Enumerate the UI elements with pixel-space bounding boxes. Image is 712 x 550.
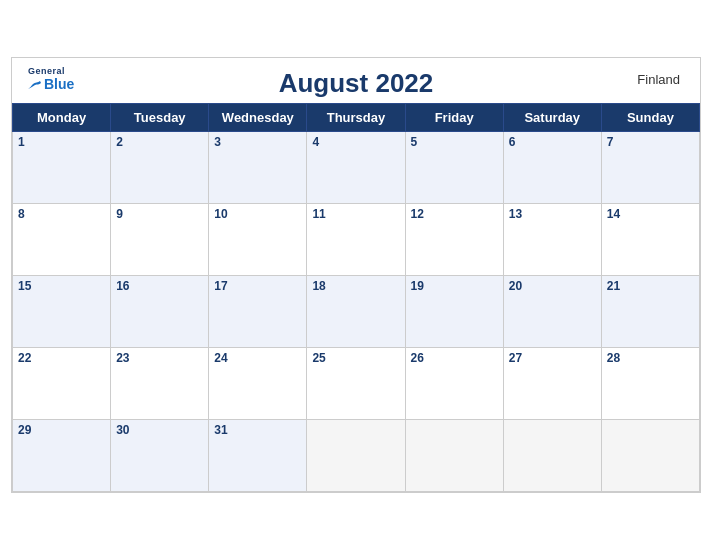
calendar-grid: Monday Tuesday Wednesday Thursday Friday… — [12, 103, 700, 492]
day-number: 9 — [116, 207, 203, 221]
day-number: 24 — [214, 351, 301, 365]
calendar-container: General Blue August 2022 Finland Monday … — [11, 57, 701, 493]
calendar-day-cell: 15 — [13, 276, 111, 348]
day-number: 23 — [116, 351, 203, 365]
day-number: 22 — [18, 351, 105, 365]
day-number: 1 — [18, 135, 105, 149]
day-number: 17 — [214, 279, 301, 293]
calendar-body: 1234567891011121314151617181920212223242… — [13, 132, 700, 492]
calendar-day-cell: 16 — [111, 276, 209, 348]
calendar-day-cell: 23 — [111, 348, 209, 420]
calendar-day-cell: 7 — [601, 132, 699, 204]
brand-logo: General Blue — [28, 66, 74, 92]
calendar-day-cell: 11 — [307, 204, 405, 276]
weekday-header-row: Monday Tuesday Wednesday Thursday Friday… — [13, 104, 700, 132]
day-number: 19 — [411, 279, 498, 293]
day-number: 10 — [214, 207, 301, 221]
day-number: 21 — [607, 279, 694, 293]
brand-general-text: General — [28, 66, 65, 76]
day-number: 3 — [214, 135, 301, 149]
day-number: 12 — [411, 207, 498, 221]
calendar-week-row: 1234567 — [13, 132, 700, 204]
calendar-day-cell: 30 — [111, 420, 209, 492]
calendar-day-cell: 22 — [13, 348, 111, 420]
day-number: 2 — [116, 135, 203, 149]
calendar-day-cell: 8 — [13, 204, 111, 276]
calendar-day-cell: 19 — [405, 276, 503, 348]
calendar-day-cell: 20 — [503, 276, 601, 348]
day-number: 18 — [312, 279, 399, 293]
day-number: 16 — [116, 279, 203, 293]
calendar-title: August 2022 — [32, 68, 680, 99]
day-number: 31 — [214, 423, 301, 437]
day-number: 8 — [18, 207, 105, 221]
day-number: 20 — [509, 279, 596, 293]
calendar-day-cell: 26 — [405, 348, 503, 420]
day-number: 5 — [411, 135, 498, 149]
calendar-day-cell: 24 — [209, 348, 307, 420]
calendar-day-cell: 18 — [307, 276, 405, 348]
day-number: 14 — [607, 207, 694, 221]
weekday-wednesday: Wednesday — [209, 104, 307, 132]
calendar-day-cell — [405, 420, 503, 492]
calendar-week-row: 22232425262728 — [13, 348, 700, 420]
calendar-header: General Blue August 2022 Finland — [12, 58, 700, 103]
calendar-day-cell: 4 — [307, 132, 405, 204]
calendar-day-cell: 31 — [209, 420, 307, 492]
day-number: 26 — [411, 351, 498, 365]
country-label: Finland — [637, 72, 680, 87]
calendar-day-cell: 25 — [307, 348, 405, 420]
day-number: 6 — [509, 135, 596, 149]
calendar-day-cell: 2 — [111, 132, 209, 204]
bird-icon — [28, 80, 42, 90]
calendar-day-cell: 5 — [405, 132, 503, 204]
day-number: 7 — [607, 135, 694, 149]
calendar-thead: Monday Tuesday Wednesday Thursday Friday… — [13, 104, 700, 132]
calendar-week-row: 293031 — [13, 420, 700, 492]
day-number: 27 — [509, 351, 596, 365]
day-number: 11 — [312, 207, 399, 221]
calendar-day-cell: 14 — [601, 204, 699, 276]
calendar-day-cell: 28 — [601, 348, 699, 420]
calendar-day-cell: 13 — [503, 204, 601, 276]
calendar-day-cell: 21 — [601, 276, 699, 348]
calendar-week-row: 891011121314 — [13, 204, 700, 276]
calendar-day-cell: 12 — [405, 204, 503, 276]
calendar-day-cell: 9 — [111, 204, 209, 276]
day-number: 13 — [509, 207, 596, 221]
day-number: 25 — [312, 351, 399, 365]
weekday-saturday: Saturday — [503, 104, 601, 132]
weekday-sunday: Sunday — [601, 104, 699, 132]
calendar-week-row: 15161718192021 — [13, 276, 700, 348]
calendar-day-cell: 17 — [209, 276, 307, 348]
day-number: 28 — [607, 351, 694, 365]
day-number: 15 — [18, 279, 105, 293]
day-number: 30 — [116, 423, 203, 437]
weekday-monday: Monday — [13, 104, 111, 132]
weekday-friday: Friday — [405, 104, 503, 132]
calendar-day-cell: 1 — [13, 132, 111, 204]
weekday-thursday: Thursday — [307, 104, 405, 132]
calendar-day-cell: 10 — [209, 204, 307, 276]
calendar-day-cell: 27 — [503, 348, 601, 420]
calendar-day-cell: 3 — [209, 132, 307, 204]
calendar-day-cell — [307, 420, 405, 492]
day-number: 29 — [18, 423, 105, 437]
calendar-day-cell — [601, 420, 699, 492]
day-number: 4 — [312, 135, 399, 149]
calendar-day-cell: 6 — [503, 132, 601, 204]
brand-blue-text: Blue — [28, 76, 74, 92]
calendar-day-cell: 29 — [13, 420, 111, 492]
calendar-day-cell — [503, 420, 601, 492]
weekday-tuesday: Tuesday — [111, 104, 209, 132]
